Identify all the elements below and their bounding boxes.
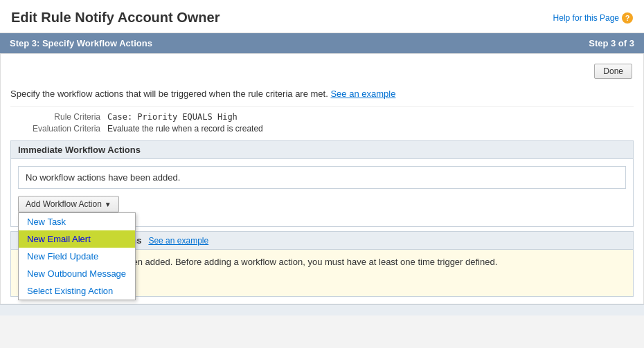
criteria-row-eval: Evaluation Criteria Evaluate the rule wh… <box>10 124 634 134</box>
page-header: Edit Rule Notify Account Owner Help for … <box>0 0 644 33</box>
dropdown-item-select-existing[interactable]: Select Existing Action <box>19 282 135 300</box>
immediate-section-header: Immediate Workflow Actions <box>10 140 634 158</box>
add-workflow-dropdown-container[interactable]: Add Workflow Action ▼ New Task New Email… <box>18 196 119 212</box>
step-indicator: Step 3 of 3 <box>589 38 634 48</box>
immediate-section-body: No workflow actions have been added. Add… <box>10 158 634 227</box>
no-actions-message: No workflow actions have been added. <box>18 166 626 189</box>
page-title: Edit Rule Notify Account Owner <box>11 10 220 26</box>
help-icon: ? <box>622 12 633 24</box>
step-label: Step 3: Specify Workflow Actions <box>10 38 152 48</box>
info-text: Specify the workflow actions that will b… <box>10 84 634 107</box>
rule-criteria-label: Rule Criteria <box>10 112 107 122</box>
bottom-bar <box>0 304 644 315</box>
eval-criteria-value: Evaluate the rule when a record is creat… <box>107 124 263 134</box>
add-workflow-label: Add Workflow Action <box>26 199 102 209</box>
dropdown-arrow-icon: ▼ <box>105 201 111 208</box>
dropdown-item-new-task[interactable]: New Task <box>19 213 135 230</box>
dropdown-item-new-field-update[interactable]: New Field Update <box>19 248 135 265</box>
dropdown-item-new-email-alert[interactable]: New Email Alert <box>19 230 135 248</box>
help-link-text: Help for this Page <box>553 13 619 23</box>
dropdown-item-new-outbound-message[interactable]: New Outbound Message <box>19 265 135 282</box>
workflow-dropdown-menu: New Task New Email Alert New Field Updat… <box>18 212 136 300</box>
done-button[interactable]: Done <box>594 64 632 79</box>
info-description: Specify the workflow actions that will b… <box>10 89 328 99</box>
criteria-table: Rule Criteria Case: Priority EQUALS High… <box>10 112 634 134</box>
see-example-link-top[interactable]: See an example <box>330 89 395 99</box>
see-example-link-scheduled[interactable]: See an example <box>148 236 208 246</box>
main-content: Done Specify the workflow actions that w… <box>0 53 644 304</box>
add-workflow-button[interactable]: Add Workflow Action ▼ <box>18 196 119 212</box>
eval-criteria-label: Evaluation Criteria <box>10 124 107 134</box>
rule-criteria-value: Case: Priority EQUALS High <box>107 112 238 122</box>
step-header: Step 3: Specify Workflow Actions Step 3 … <box>0 33 644 53</box>
done-row: Done <box>10 61 634 84</box>
help-link[interactable]: Help for this Page ? <box>553 12 633 24</box>
criteria-row-rule: Rule Criteria Case: Priority EQUALS High <box>10 112 634 122</box>
